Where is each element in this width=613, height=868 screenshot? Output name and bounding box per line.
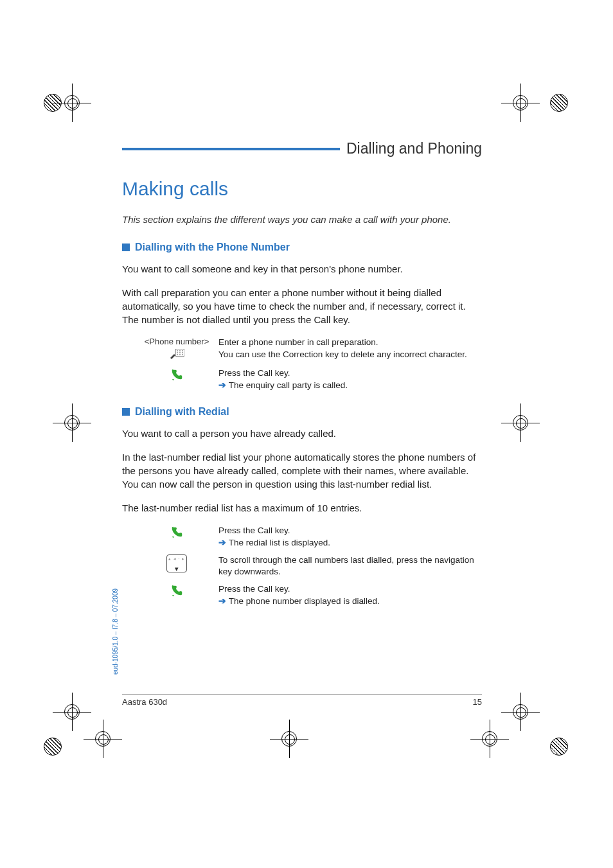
svg-point-8 xyxy=(179,354,181,355)
page-content: Dialling and Phoning Making calls This s… xyxy=(122,140,482,622)
step-row: Press the Call key. ➔ The enquiry call p… xyxy=(135,368,482,392)
document-id: eud-1095/1.0 – I7.8 – 07.2009 xyxy=(112,589,119,675)
paragraph: You want to call a person you have alrea… xyxy=(122,427,482,440)
step-result: The redial list is displayed. xyxy=(229,538,330,547)
page-footer: Aastra 630d 15 xyxy=(122,694,482,707)
subsection-title: Dialling with the Phone Number xyxy=(135,242,290,253)
registration-mark xyxy=(550,94,568,112)
crop-mark xyxy=(84,720,122,758)
subsection-heading: Dialling with the Phone Number xyxy=(122,242,482,253)
svg-point-5 xyxy=(179,352,181,353)
step-result: The enquiry call party is called. xyxy=(229,380,348,390)
bullet-icon xyxy=(122,244,130,251)
step-line: Press the Call key. xyxy=(218,368,290,378)
header-rule xyxy=(122,148,340,150)
section-header: Dialling and Phoning xyxy=(122,140,482,157)
crop-mark xyxy=(470,720,509,758)
paragraph: With call preparation you can enter a ph… xyxy=(122,286,482,326)
step-text: To scroll through the call numbers last … xyxy=(218,554,482,579)
registration-mark xyxy=(550,738,568,756)
keypad-icon xyxy=(169,349,184,362)
step-icon-cell xyxy=(135,583,218,599)
step-line: Press the Call key. xyxy=(218,526,290,535)
intro-text: This section explains the different ways… xyxy=(122,214,482,225)
arrow-icon: ➔ xyxy=(218,538,229,547)
step-line: To scroll through the call numbers last … xyxy=(218,555,474,577)
step-text: Enter a phone number in call preparation… xyxy=(218,337,482,361)
subsection-heading: Dialling with Redial xyxy=(122,406,482,418)
step-line: You can use the Correction key to delete… xyxy=(218,350,467,359)
svg-point-7 xyxy=(177,354,178,355)
arrow-icon: ➔ xyxy=(218,596,229,606)
page-title: Making calls xyxy=(122,178,482,200)
call-key-icon xyxy=(170,583,184,599)
registration-mark xyxy=(44,738,62,756)
step-row: Press the Call key. ➔ The phone number d… xyxy=(135,583,482,608)
step-line: Press the Call key. xyxy=(218,584,290,594)
step-list: <Phone number> Enter a phone number in c… xyxy=(135,337,482,392)
step-result: The phone number displayed is dialled. xyxy=(229,596,380,606)
svg-point-3 xyxy=(182,350,183,351)
bullet-icon xyxy=(122,408,130,416)
svg-point-2 xyxy=(179,350,181,351)
page-number: 15 xyxy=(473,697,482,707)
step-icon-cell xyxy=(135,525,218,541)
crop-mark xyxy=(501,84,540,122)
section-title: Dialling and Phoning xyxy=(346,140,482,157)
crop-mark xyxy=(53,403,91,442)
step-text: Press the Call key. ➔ The phone number d… xyxy=(218,583,482,608)
step-list: Press the Call key. ➔ The redial list is… xyxy=(135,525,482,608)
paragraph: The last-number redial list has a maximu… xyxy=(122,501,482,515)
svg-point-1 xyxy=(177,350,178,351)
step-icon-cell xyxy=(135,368,218,384)
crop-mark xyxy=(501,403,540,442)
subsection-title: Dialling with Redial xyxy=(135,406,229,418)
svg-point-6 xyxy=(182,352,183,353)
step-icon-cell xyxy=(135,554,218,572)
step-text: Press the Call key. ➔ The enquiry call p… xyxy=(218,368,482,392)
step-icon-cell: <Phone number> xyxy=(135,337,218,362)
nav-key-icon xyxy=(166,554,187,572)
step-row: To scroll through the call numbers last … xyxy=(135,554,482,579)
crop-mark xyxy=(53,693,91,731)
step-line: Enter a phone number in call preparation… xyxy=(218,337,378,347)
svg-point-4 xyxy=(177,352,178,353)
product-name: Aastra 630d xyxy=(122,697,167,707)
registration-mark xyxy=(44,94,62,112)
crop-mark xyxy=(270,720,308,758)
call-key-icon xyxy=(170,368,184,384)
call-key-icon xyxy=(170,525,184,541)
step-row: Press the Call key. ➔ The redial list is… xyxy=(135,525,482,549)
step-label: <Phone number> xyxy=(145,337,209,346)
step-text: Press the Call key. ➔ The redial list is… xyxy=(218,525,482,549)
svg-point-9 xyxy=(182,354,183,355)
paragraph: In the last-number redial list your phon… xyxy=(122,450,482,491)
paragraph: You want to call someone and key in that… xyxy=(122,262,482,276)
crop-mark xyxy=(501,693,540,731)
arrow-icon: ➔ xyxy=(218,380,229,390)
step-row: <Phone number> Enter a phone number in c… xyxy=(135,337,482,362)
